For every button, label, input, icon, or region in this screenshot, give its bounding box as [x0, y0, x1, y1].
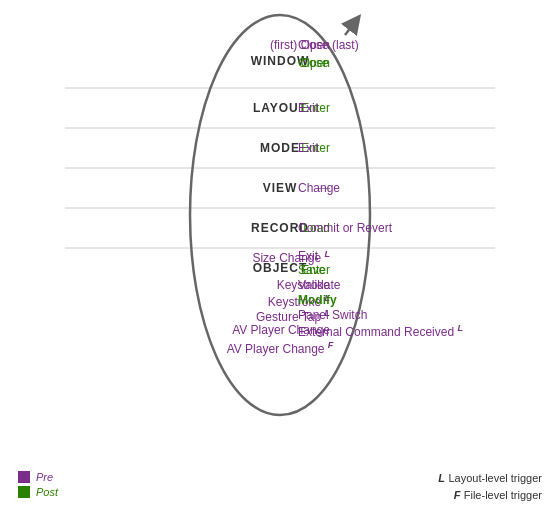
window-close: Close — [298, 56, 329, 70]
legend-pre-item: Pre — [18, 471, 58, 483]
legend: Pre Post L Layout-level trigger F File-l… — [0, 471, 560, 502]
mode-exit: Exit — [298, 141, 318, 155]
layout-exit: Exit — [298, 101, 318, 115]
object-validate: Validate — [298, 278, 340, 292]
object-exit: Exit — [298, 249, 318, 263]
object-av-player-change-bottom: AV Player Change F — [227, 340, 334, 356]
pre-label: Pre — [36, 471, 53, 483]
legend-right: L Layout-level trigger F File-level trig… — [438, 471, 542, 502]
mode-center-label: MODE — [260, 141, 300, 155]
legend-layout-trigger: L Layout-level trigger — [438, 471, 542, 485]
view-center-label: VIEW — [263, 181, 298, 195]
post-color-box — [18, 486, 30, 498]
legend-left: Pre Post — [18, 471, 58, 498]
diagram-container: WINDOW (first) Open Open Close (last) Cl… — [0, 0, 560, 430]
layout-trigger-label: Layout-level trigger — [448, 472, 542, 484]
legend-post-item: Post — [18, 486, 58, 498]
object-external-command: External Command Received L — [298, 323, 463, 339]
object-save: Save — [298, 263, 325, 277]
pre-color-box — [18, 471, 30, 483]
view-change: Change — [298, 181, 340, 195]
record-commit-revert: Commit or Revert — [298, 221, 392, 235]
legend-file-trigger: F File-level trigger — [438, 488, 542, 502]
file-trigger-label: File-level trigger — [464, 489, 542, 501]
object-panel-switch: Panel Switch — [298, 308, 367, 322]
window-close-last: Close (last) — [298, 38, 359, 52]
post-label: Post — [36, 486, 58, 498]
object-modify: Modify — [298, 293, 337, 307]
